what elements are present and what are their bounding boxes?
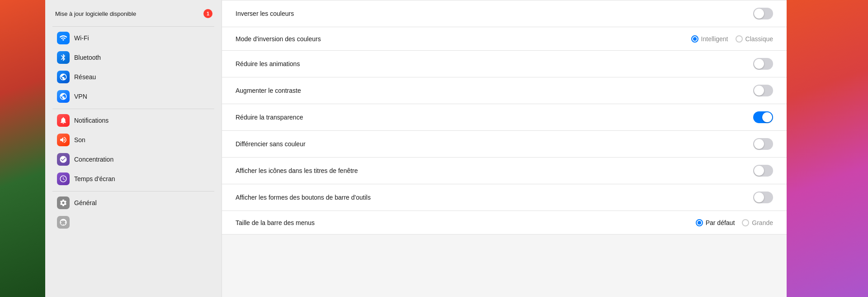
reduire-animations-label: Réduire les animations — [236, 60, 753, 67]
taille-grande[interactable]: Grande — [742, 219, 773, 226]
sidebar-item-concentration-label: Concentration — [74, 156, 113, 163]
taille-barre-menus-label: Taille de la barre des menus — [236, 219, 696, 226]
reduire-animations-toggle[interactable] — [753, 58, 773, 70]
par-defaut-radio-circle — [696, 219, 703, 226]
classique-radio-label: Classique — [745, 35, 773, 43]
sidebar-item-concentration[interactable]: Concentration — [49, 150, 218, 169]
grande-radio-circle — [742, 219, 749, 226]
sidebar-item-general-label: Général — [74, 199, 97, 206]
sidebar-section-general: Général — [45, 193, 222, 232]
sidebar-item-reseau[interactable]: Réseau — [49, 67, 218, 86]
settings-row-reduire-transparence: Réduire la transparence — [222, 104, 787, 131]
sidebar-item-temps-label: Temps d'écran — [74, 175, 115, 182]
update-badge: 1 — [203, 9, 212, 18]
mode-inversion-label: Mode d'inversion des couleurs — [236, 35, 691, 43]
par-defaut-radio-label: Par défaut — [706, 219, 735, 226]
afficher-icones-label: Afficher les icônes dans les titres de f… — [236, 167, 753, 174]
sidebar-item-son-label: Son — [74, 136, 85, 144]
mode-inversion-intelligent[interactable]: Intelligent — [691, 35, 728, 43]
settings-row-augmenter-contraste: Augmenter le contraste — [222, 77, 787, 104]
sidebar-update-row[interactable]: Mise à jour logicielle disponible 1 — [45, 5, 222, 23]
sidebar-item-notifications-label: Notifications — [74, 117, 108, 124]
sidebar-item-temps[interactable]: Temps d'écran — [49, 169, 218, 188]
concentration-icon — [57, 153, 70, 166]
taille-par-defaut[interactable]: Par défaut — [696, 219, 735, 226]
classique-radio-circle — [736, 35, 743, 43]
sidebar-item-vpn[interactable]: VPN — [49, 87, 218, 106]
settings-row-afficher-icones: Afficher les icônes dans les titres de f… — [222, 158, 787, 184]
grande-radio-label: Grande — [752, 219, 773, 226]
wifi-icon — [57, 32, 70, 44]
sidebar-divider-1 — [52, 26, 214, 27]
reseau-icon — [57, 71, 70, 83]
inverser-couleurs-label: Inverser les couleurs — [236, 10, 753, 17]
mode-inversion-classique[interactable]: Classique — [736, 35, 773, 43]
temps-icon — [57, 172, 70, 185]
sidebar-divider-3 — [52, 191, 214, 192]
afficher-formes-toggle[interactable] — [753, 192, 773, 203]
bluetooth-icon — [57, 51, 70, 64]
settings-row-reduire-animations: Réduire les animations — [222, 51, 787, 77]
general2-icon — [57, 216, 70, 229]
vpn-icon — [57, 90, 70, 103]
sidebar-section-system: Notifications Son Concentration Temps d'… — [45, 111, 222, 188]
sidebar-item-general2[interactable] — [49, 213, 218, 232]
taille-barre-menus-radio-group: Par défaut Grande — [696, 219, 773, 226]
intelligent-radio-label: Intelligent — [701, 35, 728, 43]
right-background — [787, 0, 868, 297]
augmenter-contraste-toggle[interactable] — [753, 85, 773, 96]
son-icon — [57, 134, 70, 146]
settings-row-taille-barre-menus: Taille de la barre des menus Par défaut … — [222, 211, 787, 235]
reduire-transparence-label: Réduire la transparence — [236, 114, 753, 121]
settings-row-differencier-couleur: Différencier sans couleur — [222, 131, 787, 158]
augmenter-contraste-label: Augmenter le contraste — [236, 87, 753, 94]
main-content: Inverser les couleurs Mode d'inversion d… — [222, 0, 787, 297]
sidebar-item-reseau-label: Réseau — [74, 73, 96, 81]
intelligent-radio-circle — [691, 35, 698, 43]
sidebar-divider-2 — [52, 109, 214, 109]
notifications-icon — [57, 114, 70, 127]
inverser-couleurs-toggle[interactable] — [753, 8, 773, 19]
left-background — [0, 0, 45, 297]
sidebar-item-wifi-label: Wi-Fi — [74, 34, 89, 42]
differencier-couleur-toggle[interactable] — [753, 138, 773, 150]
settings-row-mode-inversion: Mode d'inversion des couleurs Intelligen… — [222, 27, 787, 51]
reduire-transparence-toggle[interactable] — [753, 111, 773, 123]
afficher-icones-toggle[interactable] — [753, 165, 773, 177]
settings-row-afficher-formes: Afficher les formes des boutons de barre… — [222, 184, 787, 211]
differencier-couleur-label: Différencier sans couleur — [236, 140, 753, 148]
sidebar-item-general[interactable]: Général — [49, 193, 218, 212]
general-icon — [57, 196, 70, 209]
sidebar-item-bluetooth[interactable]: Bluetooth — [49, 48, 218, 67]
sidebar-item-vpn-label: VPN — [74, 93, 87, 100]
sidebar-section-network: Wi-Fi Bluetooth Réseau VPN — [45, 29, 222, 106]
sidebar-item-bluetooth-label: Bluetooth — [74, 54, 101, 61]
settings-row-inverser-couleurs: Inverser les couleurs — [222, 0, 787, 27]
sidebar-item-son[interactable]: Son — [49, 130, 218, 149]
sidebar: Mise à jour logicielle disponible 1 Wi-F… — [45, 0, 222, 297]
sidebar-item-wifi[interactable]: Wi-Fi — [49, 29, 218, 48]
sidebar-item-notifications[interactable]: Notifications — [49, 111, 218, 130]
sidebar-update-label: Mise à jour logicielle disponible — [55, 10, 200, 17]
afficher-formes-label: Afficher les formes des boutons de barre… — [236, 194, 753, 201]
mode-inversion-radio-group: Intelligent Classique — [691, 35, 773, 43]
settings-list: Inverser les couleurs Mode d'inversion d… — [222, 0, 787, 235]
